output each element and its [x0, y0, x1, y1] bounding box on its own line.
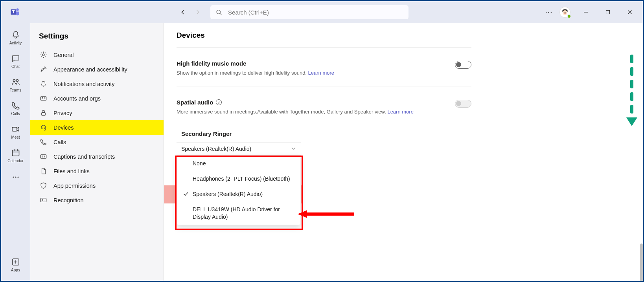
ringer-option-speakers[interactable]: Speakers (Realtek(R) Audio) [177, 187, 300, 202]
ringer-option-dell[interactable]: DELL U3419W (HD Audio Driver for Display… [177, 202, 300, 225]
window-maximize-button[interactable] [599, 6, 617, 18]
sidebar-item-appearance[interactable]: Appearance and accessibility [30, 62, 164, 77]
sidebar-item-label: Captions and transcripts [53, 154, 115, 160]
window-minimize-button[interactable] [577, 6, 595, 18]
annotation-red-arrow [298, 209, 354, 219]
scrollbar[interactable] [640, 244, 643, 281]
sidebar-item-label: Appearance and accessibility [53, 66, 127, 73]
rail-apps[interactable]: Apps [4, 255, 28, 275]
toggle-spatial [455, 100, 471, 108]
svg-point-28 [42, 97, 43, 99]
rail-teams[interactable]: Teams [4, 75, 28, 95]
ringer-option-headphones[interactable]: Headphones (2- PLT Focus) (Bluetooth) [177, 171, 300, 187]
rail-apps-label: Apps [11, 268, 20, 272]
sidebar-item-label: Recognition [53, 197, 84, 203]
rail-chat[interactable]: Chat [4, 51, 28, 71]
rail-more[interactable] [4, 170, 28, 184]
search-box[interactable] [210, 5, 408, 19]
search-icon [216, 9, 222, 16]
sidebar-item-recognition[interactable]: Recognition [30, 193, 164, 207]
phone-icon [40, 138, 47, 146]
sidebar-item-captions[interactable]: Captions and transcripts [30, 149, 164, 164]
lock-icon [40, 109, 47, 117]
svg-point-26 [42, 54, 44, 56]
learn-more-link[interactable]: Learn more [387, 109, 413, 115]
ringer-option-label: None [193, 160, 296, 167]
sidebar-item-devices[interactable]: Devices [30, 120, 164, 135]
sidebar-item-files[interactable]: Files and links [30, 164, 164, 178]
gear-icon [40, 51, 47, 59]
svg-point-21 [15, 176, 16, 178]
bell-icon [11, 30, 20, 40]
id-card-icon [40, 95, 47, 102]
search-input[interactable] [227, 9, 403, 16]
sidebar-item-label: App permissions [53, 183, 96, 189]
cc-icon [40, 153, 47, 160]
svg-point-8 [565, 12, 566, 13]
sidebar-item-app-permissions[interactable]: App permissions [30, 178, 164, 193]
svg-point-2 [16, 8, 19, 11]
sidebar-item-calls[interactable]: Calls [30, 135, 164, 149]
rail-calendar[interactable]: Calendar [4, 146, 28, 165]
info-icon[interactable]: i [216, 99, 222, 105]
secondary-ringer-label: Secondary Ringer [181, 130, 232, 137]
check-icon [182, 160, 189, 161]
setting-hifi: High fidelity music mode Show the option… [177, 56, 471, 86]
svg-rect-27 [40, 97, 46, 101]
sidebar-item-label: Calls [53, 139, 66, 145]
settings-title: Settings [30, 23, 164, 48]
rail-activity[interactable]: Activity [4, 28, 28, 48]
ringer-option-label: Speakers (Realtek(R) Audio) [193, 190, 296, 198]
learn-more-link[interactable]: Learn more [308, 70, 334, 76]
svg-rect-15 [12, 127, 17, 131]
main-pane: Devices High fidelity music mode Show th… [164, 23, 643, 281]
svg-text:T: T [12, 9, 15, 14]
svg-point-13 [13, 79, 15, 81]
more-options-button[interactable]: ⋯ [542, 8, 556, 17]
phone-icon [11, 101, 20, 110]
secondary-ringer-dropdown[interactable]: Speakers (Realtek(R) Audio) [177, 142, 301, 156]
chevron-down-icon [291, 146, 296, 152]
sidebar-item-privacy[interactable]: Privacy [30, 106, 164, 120]
setting-spatial-desc-text: More immersive sound in meetings.Availab… [177, 109, 387, 115]
window-close-button[interactable] [621, 6, 639, 18]
rail-chat-label: Chat [11, 64, 20, 69]
svg-rect-33 [40, 198, 46, 202]
settings-sidebar: Settings General Appearance and accessib… [30, 23, 164, 281]
rail-meet[interactable]: Meet [4, 122, 28, 142]
setting-spatial-desc: More immersive sound in meetings.Availab… [177, 109, 455, 115]
check-icon [182, 190, 189, 197]
svg-marker-36 [298, 210, 354, 218]
rail-meet-label: Meet [11, 135, 20, 139]
sidebar-item-label: Devices [53, 125, 74, 131]
sparkle-icon [40, 66, 47, 73]
toggle-hifi[interactable] [455, 61, 471, 69]
rail-activity-label: Activity [9, 41, 22, 45]
rail-calls[interactable]: Calls [4, 99, 28, 118]
svg-rect-16 [12, 150, 19, 156]
setting-hifi-title: High fidelity music mode [177, 60, 455, 67]
setting-spatial-title: Spatial audio i [177, 99, 455, 106]
divider [177, 86, 471, 86]
nav-forward-button[interactable] [192, 7, 203, 18]
user-avatar[interactable] [559, 7, 570, 18]
people-icon [11, 77, 20, 87]
sidebar-item-label: Privacy [53, 110, 72, 116]
sidebar-item-label: Files and links [53, 168, 90, 174]
svg-point-3 [217, 10, 221, 14]
calendar-icon [11, 148, 20, 157]
check-icon [182, 206, 189, 207]
bell-icon [40, 80, 47, 88]
setting-spatial: Spatial audio i More immersive sound in … [177, 95, 471, 125]
ringer-option-none[interactable]: None [177, 156, 300, 171]
ribbon-icon [40, 196, 47, 204]
ringer-option-label: Headphones (2- PLT Focus) (Bluetooth) [193, 175, 296, 183]
sidebar-item-general[interactable]: General [30, 48, 164, 62]
apps-icon [11, 257, 20, 267]
nav-back-button[interactable] [177, 7, 188, 18]
rail-teams-label: Teams [10, 88, 21, 92]
svg-point-22 [17, 176, 18, 178]
sidebar-item-notifications[interactable]: Notifications and activity [30, 77, 164, 91]
sidebar-item-label: Notifications and activity [53, 81, 115, 87]
sidebar-item-accounts[interactable]: Accounts and orgs [30, 91, 164, 106]
